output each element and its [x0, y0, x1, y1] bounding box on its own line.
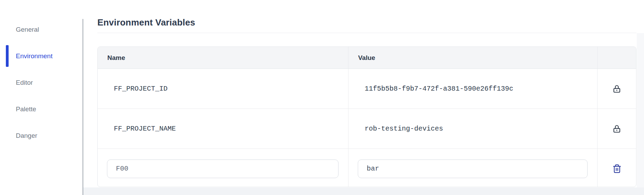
title-divider [97, 33, 636, 33]
settings-sidebar: General Environment Editor Palette Dange… [0, 16, 83, 149]
sidebar-item-palette[interactable]: Palette [0, 96, 83, 122]
column-header-name: Name [98, 47, 348, 69]
table-row: FF_PROJECT_NAME rob-testing-devices [98, 109, 636, 149]
lock-icon [612, 84, 621, 93]
row-actions-cell [598, 149, 636, 187]
sidebar-item-danger[interactable]: Danger [0, 122, 83, 149]
page-title: Environment Variables [97, 17, 195, 28]
env-var-value: rob-testing-devices [348, 109, 598, 148]
new-variable-name-cell [98, 149, 348, 187]
sidebar-item-label: Danger [16, 132, 37, 140]
env-variables-table: Name Value FF_PROJECT_ID 11f5b5b8-f9b7-4… [97, 47, 636, 187]
project-settings-page: General Environment Editor Palette Dange… [0, 0, 644, 195]
env-var-name: FF_PROJECT_ID [98, 69, 348, 109]
new-variable-row [98, 149, 636, 187]
sidebar-item-label: Editor [16, 79, 33, 86]
new-variable-value-input[interactable] [358, 160, 588, 178]
sidebar-item-general[interactable]: General [0, 16, 83, 43]
row-actions-cell [598, 109, 636, 148]
new-variable-name-input[interactable] [107, 160, 339, 178]
column-header-actions [598, 47, 636, 69]
sidebar-item-label: Environment [16, 52, 53, 60]
row-actions-cell [598, 69, 636, 109]
env-var-name: FF_PROJECT_NAME [98, 109, 348, 148]
delete-row-button[interactable] [611, 163, 623, 175]
sidebar-item-editor[interactable]: Editor [0, 69, 83, 96]
env-var-value: 11f5b5b8-f9b7-472f-a381-590e26ff139c [348, 69, 598, 109]
page-background-bottom [83, 187, 644, 195]
page-background-gutter [637, 33, 644, 187]
table-header-row: Name Value [98, 47, 636, 69]
trash-icon [612, 164, 622, 173]
sidebar-item-label: Palette [16, 105, 36, 113]
sidebar-divider [83, 19, 83, 195]
sidebar-item-label: General [16, 26, 39, 33]
column-header-value: Value [348, 47, 598, 69]
lock-icon [612, 124, 621, 133]
table-row: FF_PROJECT_ID 11f5b5b8-f9b7-472f-a381-59… [98, 69, 636, 109]
new-variable-value-cell [348, 149, 598, 187]
active-indicator-bar [6, 45, 9, 67]
sidebar-item-environment[interactable]: Environment [0, 43, 83, 69]
